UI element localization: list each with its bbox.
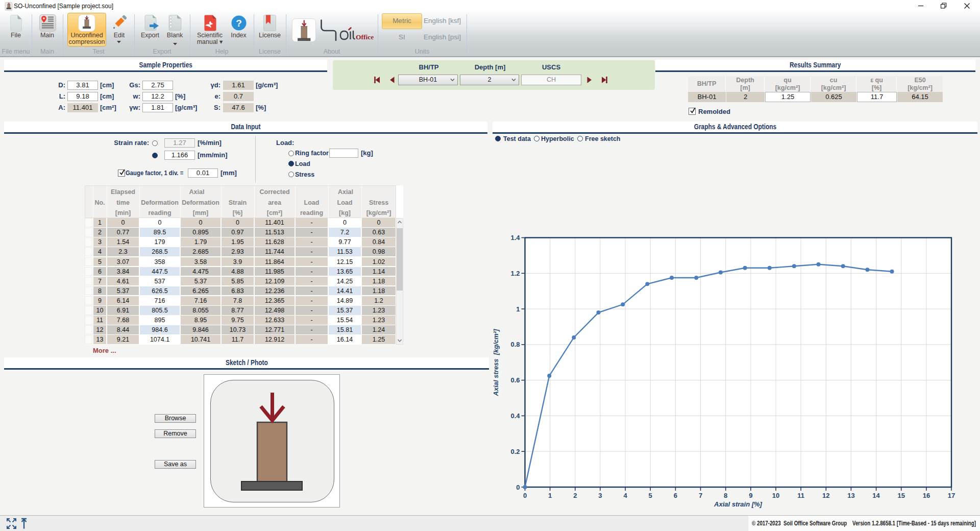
svg-text:15: 15 xyxy=(897,492,904,499)
svg-text:3: 3 xyxy=(598,492,602,499)
svg-text:6: 6 xyxy=(674,492,677,499)
svg-text:14: 14 xyxy=(872,492,880,499)
svg-text:?: ? xyxy=(236,18,242,29)
svg-text:Axial strain [%]: Axial strain [%] xyxy=(714,500,763,508)
svg-text:9: 9 xyxy=(749,492,752,499)
svg-text:1: 1 xyxy=(516,305,520,313)
svg-text:0.6: 0.6 xyxy=(510,376,520,384)
svg-text:0.4: 0.4 xyxy=(510,412,520,420)
svg-text:Axial stress [kg/cm²]: Axial stress [kg/cm²] xyxy=(492,329,500,396)
svg-text:8: 8 xyxy=(724,492,727,499)
svg-text:13: 13 xyxy=(847,492,854,499)
svg-text:17: 17 xyxy=(948,492,955,499)
svg-text:1: 1 xyxy=(548,492,552,499)
svg-text:Office: Office xyxy=(356,33,374,41)
svg-text:10: 10 xyxy=(772,492,779,499)
svg-text:0.8: 0.8 xyxy=(510,341,520,348)
svg-text:1.4: 1.4 xyxy=(510,234,520,242)
svg-text:7: 7 xyxy=(699,492,702,499)
svg-text:0: 0 xyxy=(516,484,520,491)
svg-text:5: 5 xyxy=(649,492,652,499)
svg-text:2: 2 xyxy=(573,492,577,499)
svg-text:16: 16 xyxy=(923,492,930,499)
svg-text:12: 12 xyxy=(822,492,829,499)
svg-text:0: 0 xyxy=(523,492,527,499)
svg-text:1.2: 1.2 xyxy=(510,270,520,277)
svg-text:0.2: 0.2 xyxy=(510,448,520,455)
svg-text:4: 4 xyxy=(623,492,627,499)
svg-text:11: 11 xyxy=(797,492,804,499)
